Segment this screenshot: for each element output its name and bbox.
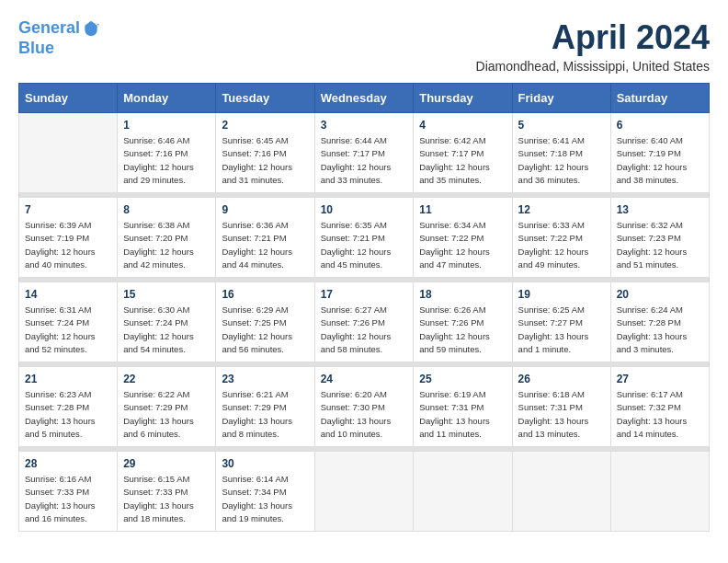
day-info: Sunrise: 6:24 AMSunset: 7:28 PMDaylight:…	[617, 304, 703, 356]
weekday-header: Monday	[118, 84, 216, 113]
weekday-header: Wednesday	[314, 84, 414, 113]
day-info: Sunrise: 6:15 AMSunset: 7:33 PMDaylight:…	[123, 473, 210, 525]
calendar-cell: 26Sunrise: 6:18 AMSunset: 7:31 PMDayligh…	[512, 367, 610, 447]
day-number: 21	[25, 373, 111, 385]
calendar-cell: 18Sunrise: 6:26 AMSunset: 7:26 PMDayligh…	[414, 282, 512, 362]
title-section: April 2024 Diamondhead, Mississippi, Uni…	[476, 18, 710, 74]
page-header: General Blue April 2024 Diamondhead, Mis…	[18, 18, 710, 74]
day-number: 17	[321, 288, 408, 301]
calendar-cell: 15Sunrise: 6:30 AMSunset: 7:24 PMDayligh…	[118, 282, 216, 362]
calendar-cell: 17Sunrise: 6:27 AMSunset: 7:26 PMDayligh…	[314, 282, 414, 362]
day-info: Sunrise: 6:20 AMSunset: 7:30 PMDaylight:…	[321, 388, 408, 441]
calendar-cell	[19, 113, 118, 193]
day-info: Sunrise: 6:26 AMSunset: 7:26 PMDaylight:…	[419, 304, 506, 356]
day-number: 1	[123, 119, 210, 132]
month-title: April 2024	[476, 18, 710, 57]
location: Diamondhead, Mississippi, United States	[476, 59, 710, 74]
day-number: 11	[419, 203, 506, 216]
day-info: Sunrise: 6:16 AMSunset: 7:33 PMDaylight:…	[25, 473, 111, 525]
calendar-cell: 13Sunrise: 6:32 AMSunset: 7:23 PMDayligh…	[610, 198, 709, 278]
day-number: 16	[222, 288, 308, 301]
day-info: Sunrise: 6:40 AMSunset: 7:19 PMDaylight:…	[617, 134, 703, 187]
logo: General Blue	[18, 18, 100, 58]
day-info: Sunrise: 6:14 AMSunset: 7:34 PMDaylight:…	[222, 473, 308, 525]
day-number: 4	[419, 119, 506, 132]
calendar-cell: 29Sunrise: 6:15 AMSunset: 7:33 PMDayligh…	[118, 452, 216, 532]
day-info: Sunrise: 6:33 AMSunset: 7:22 PMDaylight:…	[518, 219, 605, 271]
day-number: 10	[321, 203, 408, 216]
day-number: 27	[617, 373, 703, 385]
day-info: Sunrise: 6:38 AMSunset: 7:20 PMDaylight:…	[123, 219, 210, 271]
calendar-cell: 10Sunrise: 6:35 AMSunset: 7:21 PMDayligh…	[314, 198, 414, 278]
week-row: 14Sunrise: 6:31 AMSunset: 7:24 PMDayligh…	[19, 282, 710, 362]
calendar-cell: 9Sunrise: 6:36 AMSunset: 7:21 PMDaylight…	[216, 198, 314, 278]
logo-text: General Blue	[18, 18, 100, 58]
calendar-cell: 19Sunrise: 6:25 AMSunset: 7:27 PMDayligh…	[512, 282, 610, 362]
day-number: 25	[419, 373, 506, 385]
day-info: Sunrise: 6:32 AMSunset: 7:23 PMDaylight:…	[617, 219, 703, 271]
day-number: 13	[617, 203, 703, 216]
day-number: 7	[25, 203, 111, 216]
calendar: SundayMondayTuesdayWednesdayThursdayFrid…	[18, 83, 710, 532]
day-number: 3	[321, 119, 408, 132]
week-row: 21Sunrise: 6:23 AMSunset: 7:28 PMDayligh…	[19, 367, 710, 447]
calendar-cell: 27Sunrise: 6:17 AMSunset: 7:32 PMDayligh…	[610, 367, 709, 447]
weekday-header: Friday	[512, 84, 610, 113]
day-info: Sunrise: 6:23 AMSunset: 7:28 PMDaylight:…	[25, 388, 111, 441]
calendar-cell: 2Sunrise: 6:45 AMSunset: 7:16 PMDaylight…	[216, 113, 314, 193]
day-info: Sunrise: 6:31 AMSunset: 7:24 PMDaylight:…	[25, 304, 111, 356]
day-number: 23	[222, 373, 308, 385]
calendar-cell: 14Sunrise: 6:31 AMSunset: 7:24 PMDayligh…	[19, 282, 118, 362]
day-number: 30	[222, 457, 308, 470]
day-info: Sunrise: 6:46 AMSunset: 7:16 PMDaylight:…	[123, 134, 210, 187]
day-info: Sunrise: 6:19 AMSunset: 7:31 PMDaylight:…	[419, 388, 506, 441]
day-info: Sunrise: 6:41 AMSunset: 7:18 PMDaylight:…	[518, 134, 605, 187]
weekday-header: Tuesday	[216, 84, 314, 113]
calendar-cell: 11Sunrise: 6:34 AMSunset: 7:22 PMDayligh…	[414, 198, 512, 278]
day-number: 19	[518, 288, 605, 301]
calendar-cell: 16Sunrise: 6:29 AMSunset: 7:25 PMDayligh…	[216, 282, 314, 362]
calendar-cell: 23Sunrise: 6:21 AMSunset: 7:29 PMDayligh…	[216, 367, 314, 447]
calendar-cell: 1Sunrise: 6:46 AMSunset: 7:16 PMDaylight…	[118, 113, 216, 193]
week-row: 28Sunrise: 6:16 AMSunset: 7:33 PMDayligh…	[19, 452, 710, 532]
day-info: Sunrise: 6:29 AMSunset: 7:25 PMDaylight:…	[222, 304, 308, 356]
day-number: 6	[617, 119, 703, 132]
logo-icon	[82, 19, 100, 38]
calendar-cell: 20Sunrise: 6:24 AMSunset: 7:28 PMDayligh…	[610, 282, 709, 362]
calendar-cell: 24Sunrise: 6:20 AMSunset: 7:30 PMDayligh…	[314, 367, 414, 447]
calendar-header-row: SundayMondayTuesdayWednesdayThursdayFrid…	[19, 84, 710, 113]
calendar-cell: 8Sunrise: 6:38 AMSunset: 7:20 PMDaylight…	[118, 198, 216, 278]
calendar-cell: 6Sunrise: 6:40 AMSunset: 7:19 PMDaylight…	[610, 113, 709, 193]
day-number: 9	[222, 203, 308, 216]
calendar-cell: 21Sunrise: 6:23 AMSunset: 7:28 PMDayligh…	[19, 367, 118, 447]
day-number: 12	[518, 203, 605, 216]
day-info: Sunrise: 6:30 AMSunset: 7:24 PMDaylight:…	[123, 304, 210, 356]
day-number: 5	[518, 119, 605, 132]
day-info: Sunrise: 6:42 AMSunset: 7:17 PMDaylight:…	[419, 134, 506, 187]
calendar-cell: 7Sunrise: 6:39 AMSunset: 7:19 PMDaylight…	[19, 198, 118, 278]
day-info: Sunrise: 6:34 AMSunset: 7:22 PMDaylight:…	[419, 219, 506, 271]
calendar-cell: 4Sunrise: 6:42 AMSunset: 7:17 PMDaylight…	[414, 113, 512, 193]
weekday-header: Sunday	[19, 84, 118, 113]
day-info: Sunrise: 6:27 AMSunset: 7:26 PMDaylight:…	[321, 304, 408, 356]
day-number: 14	[25, 288, 111, 301]
week-row: 7Sunrise: 6:39 AMSunset: 7:19 PMDaylight…	[19, 198, 710, 278]
day-number: 29	[123, 457, 210, 470]
calendar-cell	[512, 452, 610, 532]
day-number: 15	[123, 288, 210, 301]
day-info: Sunrise: 6:21 AMSunset: 7:29 PMDaylight:…	[222, 388, 308, 441]
day-info: Sunrise: 6:45 AMSunset: 7:16 PMDaylight:…	[222, 134, 308, 187]
calendar-cell	[610, 452, 709, 532]
calendar-cell: 25Sunrise: 6:19 AMSunset: 7:31 PMDayligh…	[414, 367, 512, 447]
day-info: Sunrise: 6:17 AMSunset: 7:32 PMDaylight:…	[617, 388, 703, 441]
day-number: 22	[123, 373, 210, 385]
day-number: 18	[419, 288, 506, 301]
calendar-cell: 30Sunrise: 6:14 AMSunset: 7:34 PMDayligh…	[216, 452, 314, 532]
week-row: 1Sunrise: 6:46 AMSunset: 7:16 PMDaylight…	[19, 113, 710, 193]
weekday-header: Thursday	[414, 84, 512, 113]
calendar-cell	[414, 452, 512, 532]
day-number: 26	[518, 373, 605, 385]
day-number: 2	[222, 119, 308, 132]
calendar-cell: 22Sunrise: 6:22 AMSunset: 7:29 PMDayligh…	[118, 367, 216, 447]
day-info: Sunrise: 6:35 AMSunset: 7:21 PMDaylight:…	[321, 219, 408, 271]
